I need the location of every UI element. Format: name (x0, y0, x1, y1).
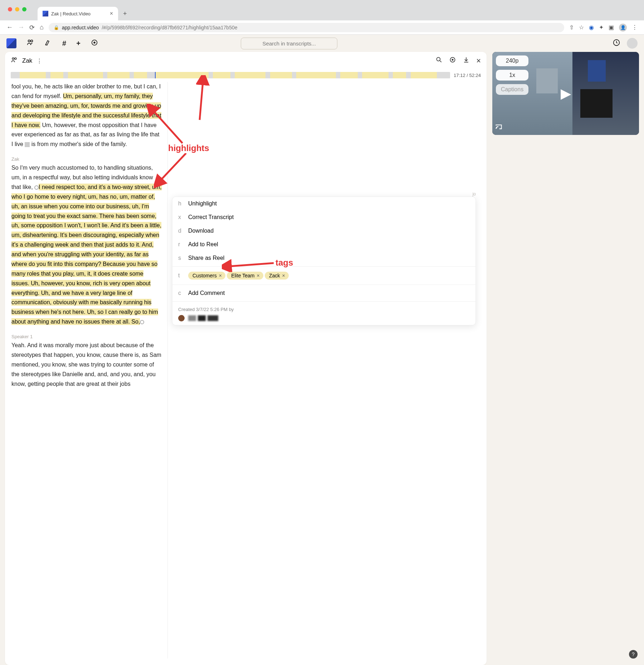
back-button[interactable]: ← (6, 24, 13, 31)
people-small-icon[interactable] (11, 57, 18, 65)
traffic-lights (8, 7, 26, 11)
timeline[interactable] (11, 72, 450, 78)
target-icon[interactable] (91, 39, 98, 48)
browser-tab[interactable]: Zak | Reduct.Video × (38, 7, 118, 20)
share-icon[interactable]: ⇧ (569, 24, 574, 31)
minimize-window[interactable] (15, 7, 19, 11)
url-path: /#/p/5998b5f692/recording/d87fb69271/hig… (102, 25, 237, 30)
svg-point-7 (436, 57, 440, 61)
browser-toolbar: ← → ⟳ ⌂ 🔒 app.reduct.video/#/p/5998b5f69… (0, 20, 644, 35)
add-comment-button[interactable]: c Add Comment (172, 286, 475, 300)
popup-item-unhighlight[interactable]: hUnhighlight (172, 197, 475, 210)
extensions-icon[interactable]: ✦ (599, 24, 604, 31)
hash-icon[interactable]: # (62, 39, 66, 48)
svg-point-6 (15, 58, 16, 59)
shortcut-key: d (178, 228, 182, 234)
app-bar: # + (0, 35, 644, 52)
tag-zack[interactable]: Zack × (265, 272, 289, 280)
tag-remove-icon[interactable]: × (257, 273, 259, 278)
people-icon[interactable] (26, 39, 34, 48)
transcript-paragraph: fool you, he, he acts like an older brot… (11, 82, 162, 149)
captions-button[interactable]: Captions (496, 84, 528, 95)
close-window[interactable] (8, 7, 12, 11)
selection-handle-end[interactable] (140, 320, 144, 324)
doc-menu-icon[interactable]: ⋮ (36, 58, 42, 64)
search-input[interactable] (241, 38, 337, 49)
svg-point-5 (12, 58, 14, 59)
selection-handle-start[interactable] (34, 185, 39, 190)
search-icon[interactable] (435, 56, 443, 65)
tag-remove-icon[interactable]: × (282, 273, 285, 278)
tag-remove-icon[interactable]: × (219, 273, 222, 278)
creator-avatar (178, 315, 185, 321)
shortcut-key: h (178, 200, 182, 207)
sidepanel-icon[interactable]: ▣ (609, 24, 614, 31)
bookmark-icon[interactable]: ☆ (579, 24, 584, 31)
shortcut-key: r (178, 241, 182, 248)
popup-item-download[interactable]: dDownload (172, 224, 475, 238)
menu-label: Correct Transcript (188, 214, 234, 220)
transcript[interactable]: fool you, he, he acts like an older brot… (11, 82, 165, 659)
target-small-icon[interactable] (449, 56, 456, 65)
shortcut-key: t (178, 272, 182, 279)
quality-button[interactable]: 240p (496, 55, 528, 66)
menu-label: Unhighlight (188, 200, 217, 207)
speaker-label: Speaker 1 (11, 334, 162, 339)
speed-button[interactable]: 1x (496, 70, 528, 81)
help-button[interactable]: ? (629, 650, 638, 659)
popup-item-add-to-reel[interactable]: rAdd to Reel (172, 238, 475, 251)
highlight-popup: hUnhighlightxCorrect TranscriptdDownload… (172, 196, 476, 325)
popup-item-correct-transcript[interactable]: xCorrect Transcript (172, 210, 475, 224)
speaker-label: Zak (11, 156, 162, 162)
popup-item-share-as-reel[interactable]: sShare as Reel (172, 251, 475, 265)
shortcut-key: c (178, 290, 182, 296)
transcript-paragraph: Yeah. And it was morally more just about… (11, 341, 162, 389)
user-avatar[interactable] (627, 38, 638, 49)
tab-title: Zak | Reduct.Video (51, 11, 91, 16)
plus-icon[interactable]: + (76, 39, 80, 48)
tag-elite-team[interactable]: Elite Team × (227, 272, 263, 280)
tag-customers[interactable]: Customers × (188, 272, 225, 280)
close-icon[interactable]: × (476, 56, 481, 65)
url-bar[interactable]: 🔒 app.reduct.video/#/p/5998b5f692/record… (49, 23, 564, 32)
svg-point-0 (28, 40, 30, 42)
clock-icon[interactable] (613, 39, 620, 48)
creator-name-redacted (188, 315, 218, 321)
tab-close-icon[interactable]: × (110, 10, 113, 17)
relative-timestamp: jo (473, 191, 476, 196)
transcript-paragraph: So I'm very much accustomed to, to handl… (11, 163, 162, 327)
home-button[interactable]: ⌂ (40, 24, 44, 31)
highlight[interactable]: I need respect too, and it's a two-way s… (11, 184, 162, 325)
maximize-window[interactable] (22, 7, 26, 11)
reload-button[interactable]: ⟳ (29, 24, 35, 31)
download-icon[interactable] (463, 56, 470, 65)
cast-icon[interactable] (495, 123, 502, 132)
url-domain: app.reduct.video (62, 25, 99, 30)
svg-point-3 (94, 42, 95, 43)
app-logo[interactable] (6, 38, 16, 48)
doc-title: Zak (22, 57, 32, 64)
shortcut-key: s (178, 255, 182, 261)
favicon (43, 11, 48, 16)
menu-label: Add Comment (188, 290, 225, 296)
playhead[interactable] (155, 72, 156, 78)
transcript-panel: Zak ⋮ × (5, 52, 487, 665)
time-display: 17:12 / 52:24 (454, 73, 481, 78)
new-tab-button[interactable]: + (118, 7, 132, 20)
redacted-icon (25, 142, 30, 147)
menu-label: Share as Reel (188, 255, 224, 261)
profile-icon[interactable]: 👤 (619, 24, 627, 31)
menu-label: Add to Reel (188, 241, 218, 248)
play-icon[interactable]: ▶ (561, 86, 571, 101)
created-text: Created 3/7/22 5:26 PM by (178, 307, 470, 312)
tags-row: t Customers × Elite Team × Zack × (172, 268, 475, 283)
shortcut-key: x (178, 214, 182, 220)
onepassword-icon[interactable]: ◉ (589, 24, 594, 31)
browser-chrome: Zak | Reduct.Video × + (0, 0, 644, 20)
chrome-menu-icon[interactable]: ⋮ (632, 24, 638, 31)
forward-button[interactable]: → (18, 24, 24, 31)
highlighter-icon[interactable] (44, 39, 52, 48)
svg-point-1 (31, 40, 33, 42)
menu-label: Download (188, 228, 214, 234)
video-player[interactable]: 240p 1x Captions ▶ (492, 52, 639, 135)
